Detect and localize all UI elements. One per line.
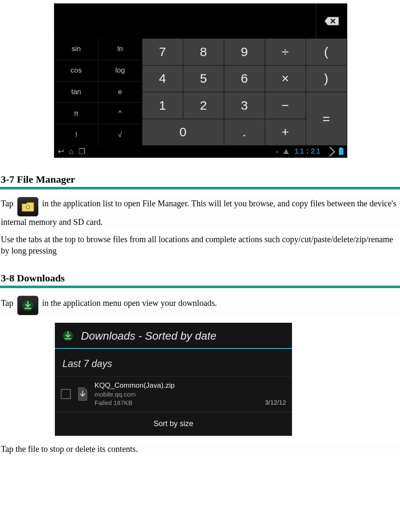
key-6[interactable]: 6 [224,65,265,92]
key-plus[interactable]: + [265,119,306,146]
back-icon[interactable]: ↩ [58,147,64,156]
home-icon[interactable]: ⌂ [69,147,74,156]
key-sin[interactable]: sin [54,38,98,60]
downloads-title-text: Downloads - Sorted by date [81,329,216,343]
key-ln[interactable]: ln [98,38,142,60]
key-close-paren[interactable]: ) [306,65,347,92]
download-date: 3/12/12 [265,399,286,407]
key-0[interactable]: 0 [142,119,224,146]
key-e[interactable]: e [98,81,142,103]
downloads-category: Last 7 days [55,349,292,376]
heading-rule [0,187,400,189]
key-multiply[interactable]: × [265,65,306,92]
key-pow[interactable]: ^ [98,103,142,124]
downloads-app-icon [61,329,75,343]
key-divide[interactable]: ÷ [265,38,306,65]
key-cos[interactable]: cos [54,60,98,81]
checkbox[interactable] [61,389,71,399]
dot-icon: ● [276,149,278,154]
calculator-screenshot: sin ln cos log tan e π ^ ! √ 7 8 9 ÷ ( [54,3,347,158]
fm-paragraph-2: Use the tabs at the top to browse files … [1,234,399,257]
key-2[interactable]: 2 [183,92,224,119]
heading-file-manager: 3-7 File Manager [0,174,400,185]
key-dot[interactable]: . [224,119,265,146]
sort-by-size-button[interactable]: Sort by size [55,412,292,436]
numeric-keys: 7 8 9 ÷ ( 4 5 6 × ) 1 2 3 − = 0 . [142,38,347,146]
key-sqrt[interactable]: √ [98,124,142,146]
key-open-paren[interactable]: ( [306,38,347,65]
key-7[interactable]: 7 [142,38,183,65]
dl-paragraph-1: Tap in the application menu open view yo… [1,296,399,315]
text: Tap [1,298,16,308]
downloads-titlebar: Downloads - Sorted by date [55,323,292,349]
key-3[interactable]: 3 [224,92,265,119]
key-log[interactable]: log [98,60,142,81]
file-icon [77,387,89,401]
key-9[interactable]: 9 [224,38,265,65]
fm-paragraph-1: Tap in the application list to open File… [1,197,399,228]
key-tan[interactable]: tan [54,81,98,103]
calc-display [54,4,347,38]
key-8[interactable]: 8 [183,38,224,65]
clock: 11:21 [294,147,321,156]
wifi-icon [325,146,335,157]
key-minus[interactable]: − [265,92,306,119]
backspace-icon [324,16,340,26]
status-bar: ↩ ⌂ ❐ ● 11:21 [54,146,347,157]
download-status: Failed 187KB [95,399,255,407]
key-equals[interactable]: = [306,92,347,146]
text: in the application menu open view your d… [42,298,217,308]
backspace-button[interactable] [316,4,347,38]
download-item[interactable]: KQQ_Common(Java).zip mobile.qq.com Faile… [55,376,292,412]
downloads-screenshot: Downloads - Sorted by date Last 7 days K… [55,323,292,436]
heading-rule [0,286,400,288]
download-filename: KQQ_Common(Java).zip [95,381,255,390]
svg-rect-1 [27,206,29,208]
key-1[interactable]: 1 [142,92,183,119]
text: Tap [1,199,16,208]
key-pi[interactable]: π [54,103,98,124]
key-4[interactable]: 4 [142,65,183,92]
key-fact[interactable]: ! [54,124,98,146]
battery-icon [339,148,343,155]
text: in the application list to open File Man… [1,199,396,227]
key-5[interactable]: 5 [183,65,224,92]
warning-icon [283,149,289,154]
recent-icon[interactable]: ❐ [78,147,85,156]
scientific-keys: sin ln cos log tan e π ^ ! √ [54,38,142,146]
dl-footer: Tap the file to stop or delete its conte… [1,443,399,455]
file-manager-icon [17,197,38,216]
download-source: mobile.qq.com [95,390,255,399]
downloads-icon [17,296,38,315]
heading-downloads: 3-8 Downloads [0,273,400,284]
